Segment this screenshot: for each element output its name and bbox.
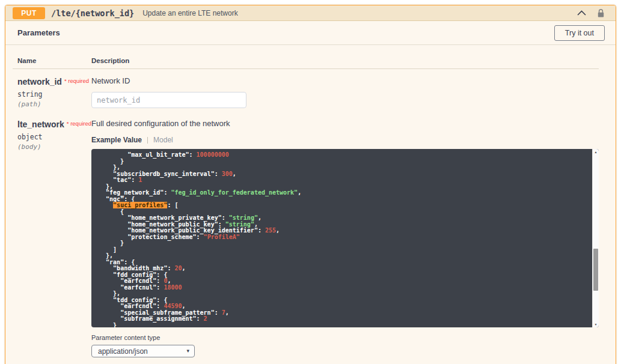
param-description: Full desired configuration of the networ… (91, 119, 599, 128)
content-type-select[interactable]: application/json ▾ (91, 345, 195, 357)
param-row-lte-network: lte_network* required object (body) Full… (13, 119, 599, 357)
model-tabs: Example Value Model (91, 136, 599, 144)
tab-example-value[interactable]: Example Value (91, 136, 142, 144)
required-label: * required (64, 77, 89, 84)
auth-lock-icon[interactable] (597, 8, 605, 18)
param-type: object (17, 133, 91, 141)
network-id-input[interactable] (91, 92, 246, 108)
put-operation-block: PUT /lte/{network_id} Update an entire L… (5, 5, 616, 364)
parameters-title: Parameters (17, 28, 60, 37)
description-column-header: Description (91, 57, 599, 64)
param-meta: network_id* required string (path) (17, 76, 91, 108)
try-it-out-button[interactable]: Try it out (554, 25, 605, 41)
endpoint-summary: Update an entire LTE network (142, 9, 238, 17)
method-badge: PUT (13, 7, 45, 19)
swagger-page: PUT /lte/{network_id} Update an entire L… (0, 0, 621, 364)
content-type-value: application/json (98, 347, 148, 356)
name-column-header: Name (17, 57, 91, 64)
param-name: lte_network (17, 120, 64, 129)
param-meta: lte_network* required object (body) (17, 119, 91, 357)
tab-model[interactable]: Model (153, 136, 173, 144)
scroll-down-arrow-icon[interactable]: ▼ (593, 321, 599, 327)
tab-divider (147, 137, 148, 144)
table-header-row: Name Description (13, 57, 599, 69)
param-type: string (17, 90, 91, 99)
operation-summary[interactable]: PUT /lte/{network_id} Update an entire L… (5, 5, 616, 21)
parameters-table: Name Description network_id* required st… (5, 45, 616, 357)
param-description-cell: Network ID (91, 76, 599, 108)
content-type-label: Parameter content type (91, 334, 599, 341)
param-location: (body) (17, 143, 91, 151)
code-scrollbar-thumb[interactable] (593, 249, 598, 291)
scroll-up-arrow-icon[interactable]: ▲ (593, 149, 599, 155)
code-scrollbar[interactable]: ▲ ▼ (592, 149, 599, 327)
select-chevron-icon: ▾ (186, 348, 189, 354)
example-code-block: "max_ul_bit_rate": 100000000 } }, "subsc… (91, 149, 599, 327)
param-row-network-id: network_id* required string (path) Netwo… (13, 76, 599, 108)
collapse-chevron-icon[interactable] (577, 10, 586, 16)
required-label: * required (67, 120, 91, 127)
param-description: Network ID (91, 76, 599, 85)
param-description-cell: Full desired configuration of the networ… (91, 119, 599, 357)
example-code[interactable]: "max_ul_bit_rate": 100000000 } }, "subsc… (91, 149, 592, 327)
endpoint-path: /lte/{network_id} (51, 8, 134, 18)
parameters-header: Parameters Try it out (5, 21, 616, 45)
param-location: (path) (17, 100, 91, 108)
param-name: network_id (17, 77, 62, 86)
